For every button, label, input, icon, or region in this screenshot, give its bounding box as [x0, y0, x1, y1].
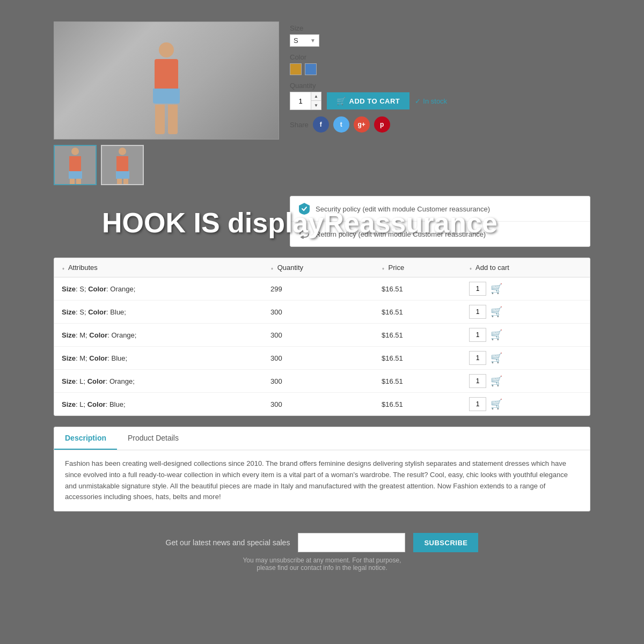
quantity-arrows: ▲ ▼ [311, 92, 321, 109]
row-qty-input-2[interactable] [469, 328, 486, 342]
facebook-icon: f [320, 121, 322, 128]
size-select-wrapper: S ▼ [290, 34, 590, 47]
hook-overlay: HOOK IS displayReassurance [102, 207, 590, 239]
hook-text: HOOK IS displayReassurance [102, 207, 590, 239]
table-header-row: ⬧ Attributes ⬧ Quantity ⬧ Price ⬧ [54, 258, 590, 277]
size-value: S [294, 36, 298, 45]
quantity-up-button[interactable]: ▲ [311, 92, 321, 101]
combination-table-wrapper: ⬧ Attributes ⬧ Quantity ⬧ Price ⬧ [54, 258, 590, 416]
main-product-image [54, 21, 279, 140]
addtocart-cell-2: 🛒 [462, 324, 590, 347]
row-cart-button-1[interactable]: 🛒 [488, 306, 504, 318]
newsletter-inner: Get our latest news and special sales SU… [54, 533, 590, 552]
googleplus-share-button[interactable]: g+ [354, 116, 370, 133]
description-section: Description Product Details Fashion has … [54, 427, 590, 511]
col-header-attributes[interactable]: ⬧ Attributes [54, 258, 263, 277]
table-row: Size: L; Color: Blue; 300 $16.51 🛒 [54, 393, 590, 416]
table-row: Size: M; Color: Orange; 300 $16.51 🛒 [54, 324, 590, 347]
pinterest-share-button[interactable]: p [374, 116, 390, 133]
row-cart-button-5[interactable]: 🛒 [488, 398, 504, 410]
subscribe-button[interactable]: SUBSCRIBE [413, 533, 478, 552]
thumbnail-1[interactable] [54, 145, 97, 185]
newsletter-label: Get our latest news and special sales [166, 538, 290, 547]
attr-cell-1: Size: S; Color: Blue; [54, 301, 263, 324]
qty-cell-5: 300 [263, 393, 374, 416]
description-content: Fashion has been creating well-designed … [54, 450, 590, 511]
color-swatch-orange[interactable] [290, 63, 302, 75]
color-swatches [290, 63, 590, 75]
qty-cell-2: 300 [263, 324, 374, 347]
quantity-input-group: ▲ ▼ [290, 92, 321, 110]
figure-shorts [153, 89, 180, 104]
pinterest-icon: p [380, 121, 384, 128]
row-qty-input-1[interactable] [469, 305, 486, 319]
twitter-icon: t [340, 121, 342, 128]
qty-cell-4: 300 [263, 370, 374, 393]
sort-addtocart-icon: ⬧ [469, 265, 472, 271]
newsletter-note: You may unsubscribe at any moment. For t… [54, 557, 590, 572]
thumbnail-row [54, 145, 279, 185]
addtocart-cell-4: 🛒 [462, 370, 590, 393]
facebook-share-button[interactable]: f [313, 116, 329, 133]
row-qty-input-0[interactable] [469, 282, 486, 296]
row-qty-input-3[interactable] [469, 351, 486, 365]
tab-description[interactable]: Description [54, 427, 117, 450]
price-cell-2: $16.51 [374, 324, 462, 347]
select-arrow-icon: ▼ [310, 38, 316, 43]
figure-leg-left [155, 105, 165, 134]
size-select[interactable]: S ▼ [290, 34, 319, 47]
middle-section: HOOK IS displayReassurance Security poli… [54, 196, 590, 247]
size-label: Size [290, 24, 590, 32]
quantity-down-button[interactable]: ▼ [311, 101, 321, 109]
quantity-row: ▲ ▼ 🛒 ADD TO CART ✓ In stock [290, 92, 590, 110]
qty-cell-3: 300 [263, 347, 374, 370]
check-icon: ✓ [415, 97, 421, 105]
row-cart-button-3[interactable]: 🛒 [488, 352, 504, 364]
col-header-quantity[interactable]: ⬧ Quantity [263, 258, 374, 277]
twitter-share-button[interactable]: t [333, 116, 349, 133]
sort-price-icon: ⬧ [382, 265, 385, 271]
price-cell-4: $16.51 [374, 370, 462, 393]
attr-cell-0: Size: S; Color: Orange; [54, 277, 263, 301]
price-cell-0: $16.51 [374, 277, 462, 301]
add-to-cart-label: ADD TO CART [349, 97, 400, 105]
row-cart-button-0[interactable]: 🛒 [488, 283, 504, 295]
sort-attributes-icon: ⬧ [62, 265, 65, 271]
newsletter-email-input[interactable] [298, 533, 405, 552]
table-row: Size: L; Color: Orange; 300 $16.51 🛒 [54, 370, 590, 393]
newsletter-note-line2: please find our contact info in the lega… [54, 564, 590, 572]
addtocart-cell-0: 🛒 [462, 277, 590, 301]
row-qty-input-4[interactable] [469, 374, 486, 388]
qty-cell-0: 299 [263, 277, 374, 301]
description-text: Fashion has been creating well-designed … [65, 458, 579, 503]
figure-leg-right [168, 105, 178, 134]
add-to-cart-button[interactable]: 🛒 ADD TO CART [327, 92, 409, 109]
col-header-addtocart[interactable]: ⬧ Add to cart [462, 258, 590, 277]
figure-head [159, 42, 174, 57]
color-field-group: Color [290, 53, 590, 75]
row-cart-button-4[interactable]: 🛒 [488, 375, 504, 387]
quantity-input[interactable] [290, 92, 311, 109]
col-header-price[interactable]: ⬧ Price [374, 258, 462, 277]
figure-torso [155, 59, 178, 89]
color-label: Color [290, 53, 590, 61]
in-stock-indicator: ✓ In stock [415, 97, 447, 105]
row-cart-button-2[interactable]: 🛒 [488, 329, 504, 341]
addtocart-cell-1: 🛒 [462, 301, 590, 324]
attr-cell-2: Size: M; Color: Orange; [54, 324, 263, 347]
cart-icon: 🛒 [336, 97, 346, 105]
attr-cell-3: Size: M; Color: Blue; [54, 347, 263, 370]
qty-cell-1: 300 [263, 301, 374, 324]
price-cell-3: $16.51 [374, 347, 462, 370]
attr-cell-5: Size: L; Color: Blue; [54, 393, 263, 416]
combination-table: ⬧ Attributes ⬧ Quantity ⬧ Price ⬧ [54, 258, 590, 415]
color-swatch-blue[interactable] [305, 63, 317, 75]
sort-quantity-icon: ⬧ [270, 265, 274, 271]
size-field-group: Size S ▼ [290, 24, 590, 47]
tab-product-details[interactable]: Product Details [117, 427, 189, 450]
table-row: Size: S; Color: Blue; 300 $16.51 🛒 [54, 301, 590, 324]
thumbnail-2[interactable] [101, 145, 144, 185]
row-qty-input-5[interactable] [469, 397, 486, 411]
table-row: Size: M; Color: Blue; 300 $16.51 🛒 [54, 347, 590, 370]
share-label: Share [290, 121, 309, 129]
